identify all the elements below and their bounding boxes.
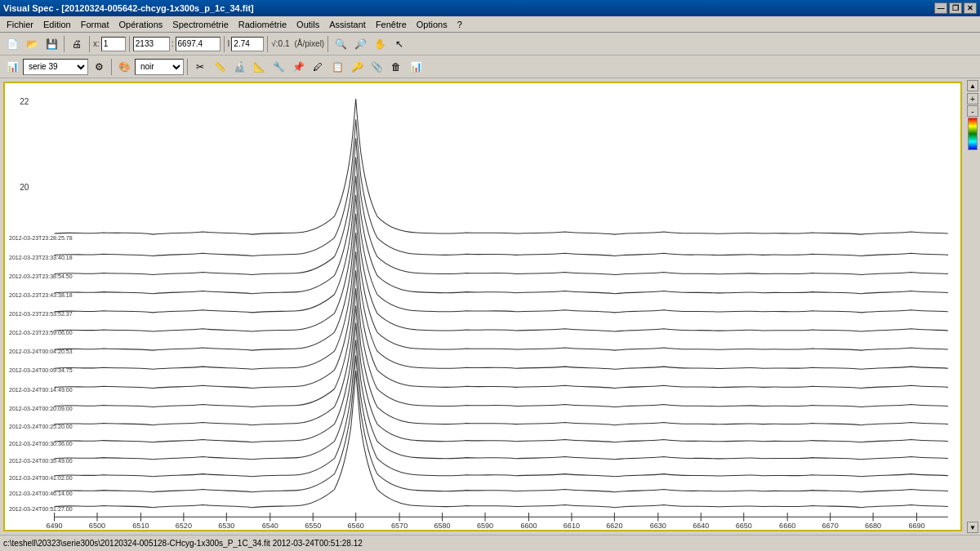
tool10-icon[interactable]: 📎 xyxy=(368,58,385,76)
svg-rect-0 xyxy=(5,83,960,530)
svg-text:6630: 6630 xyxy=(650,522,666,530)
menu-format[interactable]: Format xyxy=(76,16,114,33)
svg-text:6640: 6640 xyxy=(693,522,709,530)
x-scale-input[interactable] xyxy=(101,37,126,51)
toolbar-separator4 xyxy=(224,36,225,52)
tool3-icon[interactable]: 🔬 xyxy=(230,58,248,76)
right-panel: ▲ + - ▼ xyxy=(965,78,980,535)
svg-text:20: 20 xyxy=(20,183,29,192)
i-label: I xyxy=(228,39,230,48)
menubar: Fichier Edition Format Opérations Spectr… xyxy=(0,16,980,33)
statusbar: c:\teshell\20323\serie300s\20120324-0051… xyxy=(0,535,980,551)
open-icon[interactable]: 📂 xyxy=(23,35,41,53)
tool8-icon[interactable]: 📋 xyxy=(328,58,346,76)
tool1-icon[interactable]: ✂ xyxy=(191,58,209,76)
svg-text:6600: 6600 xyxy=(520,522,537,530)
menu-options[interactable]: Options xyxy=(412,16,452,33)
menu-fichier[interactable]: Fichier xyxy=(2,16,38,33)
sqrt-label: √:0.1 xyxy=(271,39,289,48)
x-label: x: xyxy=(93,39,100,48)
main-area: 22 20 6490 6500 6510 6520 6530 6540 6550 xyxy=(0,78,980,535)
scroll-up-button[interactable]: ▲ xyxy=(967,80,978,91)
svg-text:6590: 6590 xyxy=(477,522,493,530)
i-value-input[interactable] xyxy=(231,37,264,51)
svg-text:2012-03-23T23:28:25.78: 2012-03-23T23:28:25.78 xyxy=(9,234,73,242)
save-icon[interactable]: 💾 xyxy=(42,35,60,53)
svg-text:6650: 6650 xyxy=(736,522,752,530)
svg-text:6500: 6500 xyxy=(89,522,105,530)
svg-text:6670: 6670 xyxy=(822,522,839,530)
zoom-in-icon[interactable]: 🔍 xyxy=(332,35,350,53)
menu-fenetre[interactable]: Fenêtre xyxy=(371,16,412,33)
svg-text:6530: 6530 xyxy=(218,522,234,530)
t2-sep1 xyxy=(111,59,112,75)
serie-icon[interactable]: 📊 xyxy=(3,58,21,76)
menu-outils[interactable]: Outils xyxy=(292,16,324,33)
titlebar-controls: — ❐ ✕ xyxy=(934,2,977,14)
serie-select[interactable]: serie 39 xyxy=(23,59,88,75)
window-title: Visual Spec - [20120324-005642-chcyg-1x3… xyxy=(3,3,254,13)
tool5-icon[interactable]: 🔧 xyxy=(270,58,287,76)
menu-operations[interactable]: Opérations xyxy=(114,16,168,33)
svg-text:6550: 6550 xyxy=(305,522,321,530)
print-icon[interactable]: 🖨 xyxy=(68,35,86,53)
svg-text:22: 22 xyxy=(20,97,29,106)
palette-button[interactable] xyxy=(968,118,978,150)
tool7-icon[interactable]: 🖊 xyxy=(309,58,327,76)
toolbar-separator2 xyxy=(89,36,90,52)
y-coord-input[interactable] xyxy=(176,37,220,51)
toolbar-separator5 xyxy=(267,36,268,52)
tool2-icon[interactable]: 📏 xyxy=(211,58,229,76)
toolbar2: 📊 serie 39 ⚙ 🎨 noir ✂ 📏 🔬 📐 🔧 📌 🖊 📋 🔑 📎 … xyxy=(0,56,980,78)
zoom-in-button[interactable]: + xyxy=(967,93,978,104)
tool6-icon[interactable]: 📌 xyxy=(289,58,307,76)
titlebar: Visual Spec - [20120324-005642-chcyg-1x3… xyxy=(0,0,980,16)
svg-text:6680: 6680 xyxy=(865,522,881,530)
zoom-out-button[interactable]: - xyxy=(967,105,978,117)
svg-text:6560: 6560 xyxy=(348,522,364,530)
tool4-icon[interactable]: 📐 xyxy=(250,58,268,76)
svg-text:6540: 6540 xyxy=(262,522,278,530)
x-coord-input[interactable] xyxy=(133,37,170,51)
svg-text:6580: 6580 xyxy=(434,522,450,530)
svg-text:6620: 6620 xyxy=(606,522,622,530)
svg-text:6660: 6660 xyxy=(779,522,795,530)
tool11-icon[interactable]: 🗑 xyxy=(387,58,405,76)
svg-text:6610: 6610 xyxy=(564,522,580,530)
new-icon[interactable]: 📄 xyxy=(3,35,21,53)
menu-assistant[interactable]: Assistant xyxy=(324,16,371,33)
svg-text:6690: 6690 xyxy=(908,522,924,530)
unit-label: (Å/pixel) xyxy=(295,39,325,48)
pointer-icon[interactable]: ↖ xyxy=(390,35,408,53)
scroll-down-button[interactable]: ▼ xyxy=(967,522,978,533)
chart-svg: 22 20 6490 6500 6510 6520 6530 6540 6550 xyxy=(5,83,960,530)
menu-radiometrie[interactable]: Radiométrie xyxy=(234,16,292,33)
zoom-out-icon[interactable]: 🔎 xyxy=(351,35,369,53)
tool12-icon[interactable]: 📊 xyxy=(407,58,425,76)
color-icon[interactable]: 🎨 xyxy=(115,58,133,76)
chart-container[interactable]: 22 20 6490 6500 6510 6520 6530 6540 6550 xyxy=(3,82,962,531)
color-select[interactable]: noir xyxy=(135,59,184,75)
toolbar-separator xyxy=(64,36,65,52)
restore-button[interactable]: ❐ xyxy=(949,2,962,14)
toolbar-separator6 xyxy=(327,36,328,52)
minimize-button[interactable]: — xyxy=(934,2,947,14)
close-button[interactable]: ✕ xyxy=(964,2,977,14)
config-icon[interactable]: ⚙ xyxy=(90,58,108,76)
menu-help[interactable]: ? xyxy=(452,16,467,33)
svg-text:6490: 6490 xyxy=(46,522,62,530)
toolbar-separator3 xyxy=(129,36,130,52)
svg-text:6570: 6570 xyxy=(391,522,408,530)
svg-text:6510: 6510 xyxy=(132,522,149,530)
coord-separator: : xyxy=(172,39,174,48)
hand-icon[interactable]: ✋ xyxy=(371,35,389,53)
status-text: c:\teshell\20323\serie300s\20120324-0051… xyxy=(3,539,363,548)
t2-sep2 xyxy=(187,59,188,75)
toolbar1: 📄 📂 💾 🖨 x: : I √:0.1 (Å/pixel) 🔍 🔎 ✋ ↖ xyxy=(0,33,980,56)
menu-spectrometrie[interactable]: Spectrométrie xyxy=(167,16,233,33)
tool9-icon[interactable]: 🔑 xyxy=(348,58,366,76)
svg-text:6520: 6520 xyxy=(176,522,192,530)
menu-edition[interactable]: Edition xyxy=(38,16,76,33)
